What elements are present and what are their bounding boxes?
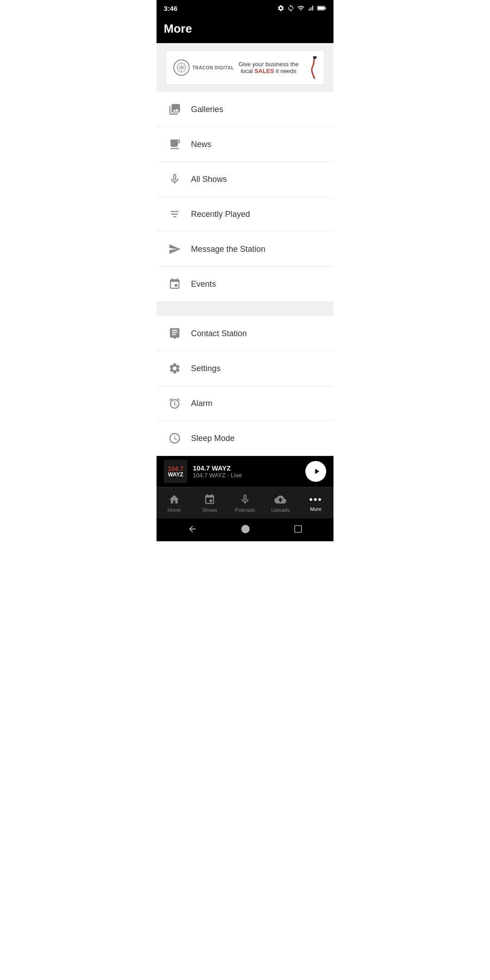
- android-nav-bar: [157, 519, 333, 541]
- settings-status-icon: [277, 5, 284, 12]
- now-playing-bar[interactable]: 104.7 WAYZ 104.7 WAYZ 104.7 WAYZ - Live: [157, 456, 333, 487]
- nav-item-shows[interactable]: Shows: [192, 490, 227, 516]
- uploads-nav-icon: [274, 494, 286, 505]
- menu-item-all-shows[interactable]: All Shows: [157, 162, 333, 197]
- station-brand: WAYZ: [167, 472, 183, 477]
- wifi-icon: [297, 5, 304, 12]
- status-time: 3:46: [164, 5, 177, 12]
- station-title: 104.7 WAYZ: [193, 464, 305, 472]
- all-shows-icon: [166, 170, 184, 188]
- menu-item-contact-station[interactable]: Contact Station: [157, 316, 333, 351]
- bottom-nav: Home Shows Podcasts Uploads ••• More: [157, 487, 333, 519]
- recently-played-icon: [166, 205, 184, 223]
- menu-item-message-station[interactable]: Message the Station: [157, 232, 333, 267]
- ad-tagline-highlight: SALES: [255, 68, 274, 74]
- svg-rect-1: [325, 7, 326, 9]
- menu-item-sleep-mode[interactable]: Sleep Mode: [157, 421, 333, 456]
- ad-banner[interactable]: TRACON DIGITAL Give your business the lo…: [157, 43, 333, 92]
- contact-station-icon: [166, 324, 184, 343]
- battery-icon: [317, 5, 326, 11]
- sync-status-icon: [287, 5, 294, 12]
- more-nav-dots: •••: [309, 495, 322, 505]
- ad-content: TRACON DIGITAL Give your business the lo…: [166, 50, 324, 85]
- menu-list-primary: Galleries News All Shows Recently Played…: [157, 92, 333, 302]
- sleep-mode-icon: [166, 429, 184, 447]
- settings-label: Settings: [191, 364, 220, 373]
- events-label: Events: [191, 279, 216, 289]
- page-header: More: [157, 16, 333, 43]
- menu-section-divider: [157, 302, 333, 316]
- alarm-label: Alarm: [191, 399, 212, 408]
- ad-logo: TRACON DIGITAL: [173, 59, 234, 76]
- shows-nav-label: Shows: [202, 507, 217, 513]
- settings-menu-icon: [166, 359, 184, 377]
- ad-decorative-image: [303, 56, 317, 79]
- nav-item-home[interactable]: Home: [157, 490, 192, 516]
- menu-item-alarm[interactable]: Alarm: [157, 386, 333, 421]
- galleries-icon: [166, 100, 184, 118]
- menu-item-galleries[interactable]: Galleries: [157, 92, 333, 127]
- message-station-label: Message the Station: [191, 245, 265, 254]
- nav-item-more[interactable]: ••• More: [298, 491, 333, 515]
- ad-logo-text: TRACON DIGITAL: [192, 65, 234, 70]
- status-icons: [277, 5, 326, 12]
- shows-nav-icon: [204, 494, 216, 505]
- svg-point-9: [241, 525, 250, 533]
- uploads-nav-label: Uploads: [271, 507, 289, 513]
- svg-rect-2: [318, 7, 324, 10]
- menu-item-news[interactable]: News: [157, 127, 333, 162]
- station-number: 104.7: [167, 466, 183, 472]
- nav-item-uploads[interactable]: Uploads: [263, 490, 298, 516]
- station-subtitle: 104.7 WAYZ - Live: [193, 472, 305, 479]
- podcasts-nav-icon: [239, 494, 251, 505]
- menu-item-recently-played[interactable]: Recently Played: [157, 197, 333, 232]
- recently-played-label: Recently Played: [191, 210, 250, 219]
- menu-item-settings[interactable]: Settings: [157, 351, 333, 386]
- events-icon: [166, 275, 184, 293]
- status-bar: 3:46: [157, 0, 333, 16]
- menu-item-events[interactable]: Events: [157, 267, 333, 302]
- home-button[interactable]: [240, 524, 250, 536]
- station-info: 104.7 WAYZ 104.7 WAYZ - Live: [193, 464, 305, 479]
- play-button[interactable]: [305, 461, 326, 482]
- ad-logo-circle: [173, 59, 190, 76]
- all-shows-label: All Shows: [191, 175, 227, 184]
- sleep-mode-label: Sleep Mode: [191, 434, 235, 443]
- recents-button[interactable]: [294, 524, 303, 535]
- news-label: News: [191, 140, 211, 149]
- menu-list-secondary: Contact Station Settings Alarm Sleep Mod…: [157, 316, 333, 456]
- galleries-label: Galleries: [191, 105, 223, 114]
- more-nav-label: More: [310, 506, 321, 512]
- svg-rect-10: [295, 526, 302, 533]
- signal-icon: [307, 5, 314, 12]
- podcasts-nav-label: Podcasts: [235, 507, 255, 513]
- home-nav-icon: [168, 494, 180, 505]
- home-nav-label: Home: [167, 507, 181, 513]
- message-station-icon: [166, 240, 184, 258]
- contact-station-label: Contact Station: [191, 329, 247, 338]
- news-icon: [166, 135, 184, 153]
- alarm-icon: [166, 394, 184, 412]
- back-button[interactable]: [187, 524, 197, 536]
- station-logo: 104.7 WAYZ: [164, 460, 187, 483]
- nav-item-podcasts[interactable]: Podcasts: [227, 490, 263, 516]
- page-title: More: [164, 22, 192, 35]
- ad-tagline: Give your business the local SALES it ne…: [234, 61, 303, 74]
